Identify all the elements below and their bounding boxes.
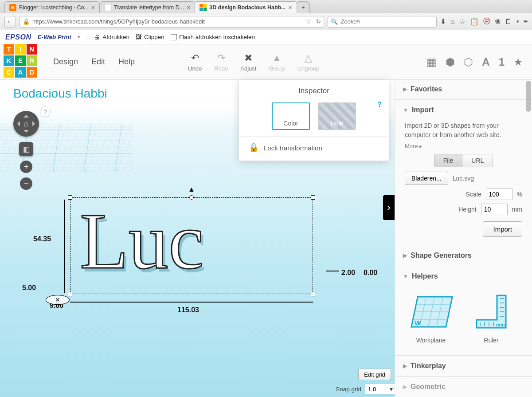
browse-button[interactable]: Bladeren...: [405, 172, 448, 185]
resize-handle[interactable]: [311, 195, 315, 200]
tinkercad-logo[interactable]: TINKERCAD: [0, 42, 40, 82]
checkbox-icon: [171, 34, 177, 40]
browser-tab-active[interactable]: 3D design Bodacious Habb... ×: [195, 1, 297, 13]
url-tab[interactable]: URL: [462, 154, 493, 167]
dropdown-icon[interactable]: ▽: [306, 18, 311, 25]
workplane-icon[interactable]: ▦: [426, 56, 437, 68]
resize-handle[interactable]: [189, 195, 194, 200]
outline-icon[interactable]: ⬡: [464, 56, 473, 68]
print-label: Afdrukken: [102, 34, 129, 40]
expand-sidebar-button[interactable]: ›: [383, 195, 395, 220]
scale-input[interactable]: [486, 189, 512, 200]
resize-handle[interactable]: [68, 292, 72, 296]
resize-handle[interactable]: [311, 292, 315, 296]
orbit-control[interactable]: [13, 111, 39, 137]
undo-button[interactable]: ↶Undo: [188, 52, 202, 72]
extension-icon[interactable]: ❀: [495, 17, 501, 26]
clipboard-icon[interactable]: 📋: [470, 17, 479, 26]
sidebar-scrollbar[interactable]: [526, 80, 531, 397]
close-icon[interactable]: ×: [187, 4, 190, 11]
height-label: Height: [458, 206, 476, 213]
number-1-icon[interactable]: 1: [499, 56, 505, 68]
adjust-icon: ✖: [244, 52, 252, 64]
chevron-down-icon[interactable]: ▾: [516, 19, 519, 24]
fit-view-button[interactable]: ◧: [19, 142, 33, 156]
bookmark-icon[interactable]: ☆: [459, 17, 466, 26]
home-icon[interactable]: ⌂: [450, 18, 455, 26]
zoom-in-button[interactable]: +: [20, 161, 32, 173]
print-button[interactable]: 🖨Afdrukken: [94, 34, 129, 40]
material-selector: Color Hole: [239, 100, 389, 136]
back-button[interactable]: ←: [4, 16, 16, 28]
notes-icon[interactable]: 🗒: [505, 18, 512, 26]
ungroup-button[interactable]: △Ungroup: [297, 52, 320, 72]
search-input[interactable]: [340, 18, 434, 25]
solid-icon[interactable]: ⬢: [446, 56, 455, 68]
menu-help[interactable]: Help: [118, 57, 135, 67]
close-icon[interactable]: ×: [289, 4, 292, 11]
selection-box[interactable]: ▲: [70, 197, 313, 294]
lock-transformation-toggle[interactable]: 🔓 Lock transformation: [239, 136, 389, 161]
epson-brand: E-Web Print: [38, 34, 71, 40]
browser-tab[interactable]: B Blogger: lucstechblog - Co... ×: [4, 1, 100, 13]
workplane-helper[interactable]: W Workplane: [407, 291, 455, 344]
height-input[interactable]: [481, 204, 508, 215]
dimension-zero: 0.00: [364, 269, 377, 277]
project-title[interactable]: Bodacious Habbi: [13, 86, 107, 101]
flash-checkbox[interactable]: Flash afdrukken inschakelen: [171, 34, 255, 40]
new-tab-button[interactable]: +: [297, 1, 310, 13]
separator: |: [86, 34, 88, 40]
group-label: Group: [269, 65, 285, 72]
tinkerplay-panel-header[interactable]: ▶Tinkerplay: [395, 357, 532, 375]
zoom-out-button[interactable]: −: [20, 177, 32, 190]
favorites-panel-header[interactable]: ▶Favorites: [395, 80, 532, 98]
star-icon[interactable]: ★: [513, 56, 523, 68]
chevron-down-icon[interactable]: ▾: [78, 34, 80, 40]
download-icon[interactable]: ⬇: [440, 17, 446, 26]
menu-edit[interactable]: Edit: [91, 57, 105, 67]
search-bar[interactable]: 🔍: [328, 16, 437, 28]
tab-title: Translate lettertype from D...: [114, 4, 184, 11]
menu-design[interactable]: Design: [53, 57, 78, 67]
close-icon[interactable]: ×: [91, 4, 95, 11]
import-label: Import: [412, 106, 434, 114]
adjust-button[interactable]: ✖Adjust: [240, 52, 256, 72]
ruler-label: Ruler: [484, 337, 498, 344]
resize-handle[interactable]: [68, 195, 72, 200]
clip-button[interactable]: 🖼Clippen: [136, 34, 164, 40]
import-button[interactable]: Import: [483, 221, 522, 237]
import-panel-header[interactable]: ▼Import: [395, 101, 532, 119]
menu-icon[interactable]: ≡: [524, 18, 528, 26]
scale-row: Scale %: [405, 189, 522, 200]
url-input[interactable]: [32, 18, 304, 25]
reload-icon[interactable]: ↻: [316, 18, 321, 25]
ruler-helper[interactable]: mm Ruler: [467, 291, 516, 344]
view-toolbar: ▦ ⬢ ⬡ A 1 ★: [426, 56, 523, 68]
more-link[interactable]: More ▸: [405, 143, 422, 149]
edit-grid-button[interactable]: Edit grid: [358, 369, 391, 380]
letter-a-icon[interactable]: A: [482, 56, 489, 68]
clip-label: Clippen: [144, 34, 164, 40]
helpers-panel-header[interactable]: ▼Helpers: [395, 267, 532, 286]
scrollbar-thumb[interactable]: [526, 81, 531, 112]
clip-icon: 🖼: [136, 34, 142, 40]
scale-unit: %: [517, 191, 522, 198]
url-bar[interactable]: 🔒 ▽ ↻: [20, 16, 324, 28]
redo-button[interactable]: ↷Redo: [214, 52, 228, 72]
inspector-help-icon[interactable]: ?: [377, 101, 382, 109]
browser-tab[interactable]: Translate lettertype from D... ×: [99, 1, 195, 13]
height-handle-icon[interactable]: ▲: [188, 185, 195, 193]
browser-tab-strip: B Blogger: lucstechblog - Co... × Transl…: [0, 0, 532, 13]
group-button[interactable]: ▲Group: [269, 52, 285, 72]
dimension-height: 54.35: [33, 235, 51, 243]
geometric-panel-header[interactable]: ▶Geometric: [395, 377, 532, 396]
adjust-label: Adjust: [240, 65, 256, 72]
color-swatch[interactable]: Color: [272, 102, 310, 130]
help-icon[interactable]: ?: [40, 106, 51, 117]
pinterest-icon[interactable]: ⓟ: [483, 17, 490, 26]
chevron-down-icon[interactable]: ▾: [390, 385, 393, 393]
hole-swatch[interactable]: Hole: [318, 102, 356, 130]
file-tab[interactable]: File: [434, 154, 462, 167]
shape-generators-panel-header[interactable]: ▶Shape Generators: [395, 246, 532, 265]
delete-handle[interactable]: ✕: [46, 295, 70, 305]
